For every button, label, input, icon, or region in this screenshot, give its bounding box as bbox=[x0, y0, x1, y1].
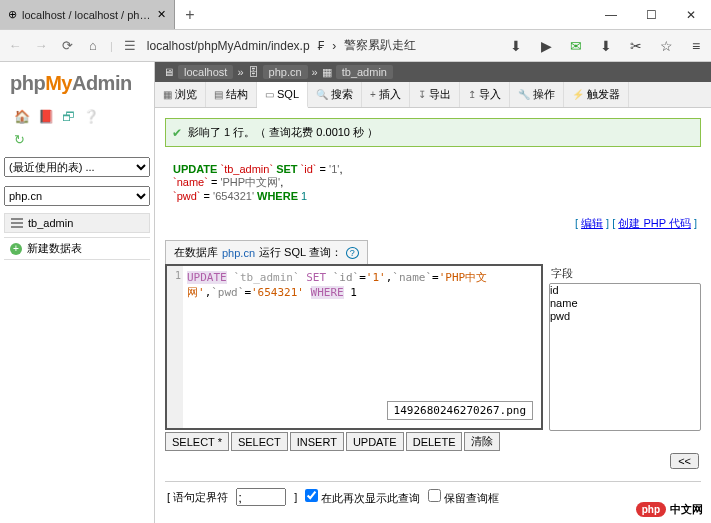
tab-import[interactable]: ↥导入 bbox=[460, 82, 510, 107]
watermark: php 中文网 bbox=[636, 502, 703, 517]
browser-navbar: ← → ⟳ ⌂ | ☰ localhost/phpMyAdmin/index.p… bbox=[0, 30, 711, 62]
tree-table-item[interactable]: tb_admin bbox=[4, 213, 150, 233]
browser-titlebar: ⊕ localhost / localhost / php.cn / tb ✕ … bbox=[0, 0, 711, 30]
sql-icon[interactable]: 🗗 bbox=[62, 109, 75, 124]
tab-browse[interactable]: ▦浏览 bbox=[155, 82, 206, 107]
database-select[interactable]: php.cn bbox=[4, 186, 150, 206]
keep-box-option[interactable]: 保留查询框 bbox=[428, 489, 499, 506]
delete-button[interactable] bbox=[406, 432, 463, 451]
menu-icon[interactable]: ≡ bbox=[687, 38, 705, 54]
address-segment-2[interactable]: 警察累趴走红 bbox=[344, 37, 416, 54]
divider bbox=[165, 481, 701, 482]
watermark-logo: php bbox=[636, 502, 666, 517]
server-icon: ☰ bbox=[121, 38, 139, 53]
insert-icon: + bbox=[370, 89, 376, 100]
table-icon bbox=[11, 218, 23, 228]
new-table-label: 新建数据表 bbox=[27, 241, 82, 256]
sidebar-reload: ↻ bbox=[4, 128, 150, 151]
fields-list[interactable]: id name pwd bbox=[549, 283, 701, 431]
tab-operations[interactable]: 🔧操作 bbox=[510, 82, 564, 107]
executed-sql: UPDATE `tb_admin` SET `id` = '1', `name`… bbox=[167, 157, 699, 208]
tab-title: localhost / localhost / php.cn / tb bbox=[22, 9, 152, 21]
browser-tab[interactable]: ⊕ localhost / localhost / php.cn / tb ✕ bbox=[0, 0, 175, 29]
home-button[interactable]: ⌂ bbox=[84, 38, 102, 53]
query-title: 在数据库 php.cn 运行 SQL 查询： ? bbox=[165, 240, 368, 265]
sql-editor[interactable]: 1 UPDATE `tb_admin` SET `id`='1',`name`=… bbox=[165, 264, 543, 430]
bc-host[interactable]: localhost bbox=[178, 65, 233, 79]
tree-table-label: tb_admin bbox=[28, 217, 73, 229]
chat-icon[interactable]: ✉ bbox=[567, 38, 585, 54]
home-icon[interactable]: 🏠 bbox=[14, 109, 30, 124]
scroll-left-button[interactable]: << bbox=[670, 453, 699, 469]
tab-triggers[interactable]: ⚡触发器 bbox=[564, 82, 629, 107]
close-tab-icon[interactable]: ✕ bbox=[157, 8, 166, 21]
success-message: ✔ 影响了 1 行。（ 查询花费 0.0010 秒 ） bbox=[165, 118, 701, 147]
nav-right-icons: ⬇ ▶ ✉ ⬇ ✂ ☆ ≡ bbox=[507, 38, 705, 54]
update-button[interactable] bbox=[346, 432, 404, 451]
select-button[interactable] bbox=[231, 432, 288, 451]
sidebar-toolbar: 🏠 📕 🗗 ❔ bbox=[4, 105, 150, 128]
create-php-link[interactable]: 创建 PHP 代码 bbox=[618, 217, 691, 229]
tab-insert[interactable]: +插入 bbox=[362, 82, 410, 107]
breadcrumb: 🖥 localhost » 🗄 php.cn » ▦ tb_admin bbox=[155, 62, 711, 82]
content-area: 🖥 localhost » 🗄 php.cn » ▦ tb_admin ▦浏览 … bbox=[155, 62, 711, 523]
recent-tables-select[interactable]: (最近使用的表) ... bbox=[4, 157, 150, 177]
trigger-icon: ⚡ bbox=[572, 89, 584, 100]
address-segment-1[interactable]: localhost/phpMyAdmin/index.p bbox=[147, 39, 310, 53]
content-tabs: ▦浏览 ▤结构 ▭SQL 🔍搜索 +插入 ↧导出 ↥导入 🔧操作 ⚡触发器 bbox=[155, 82, 711, 108]
reload-icon[interactable]: ↻ bbox=[14, 132, 25, 147]
query-panel: 在数据库 php.cn 运行 SQL 查询： ? 1 UPDATE `tb_ad… bbox=[165, 239, 701, 431]
bracket-close: ] bbox=[294, 491, 297, 503]
clear-button[interactable] bbox=[464, 432, 500, 451]
bc-table[interactable]: tb_admin bbox=[336, 65, 393, 79]
gear-icon: 🔧 bbox=[518, 89, 530, 100]
download-icon[interactable]: ⬇ bbox=[507, 38, 525, 54]
delimiter-label: [ 语句定界符 bbox=[167, 490, 228, 505]
bc-db[interactable]: php.cn bbox=[263, 65, 308, 79]
sql-button-row bbox=[165, 432, 701, 451]
server-icon: 🖥 bbox=[163, 66, 174, 78]
sql-icon: ▭ bbox=[265, 89, 274, 100]
tab-search[interactable]: 🔍搜索 bbox=[308, 82, 362, 107]
selectall-button[interactable] bbox=[165, 432, 229, 451]
help-icon[interactable]: ❔ bbox=[83, 109, 99, 124]
globe-icon: ⊕ bbox=[8, 8, 17, 21]
back-button[interactable]: ← bbox=[6, 38, 24, 53]
editor-line: UPDATE `tb_admin` SET `id`='1',`name`='P… bbox=[187, 270, 537, 300]
help-icon[interactable]: ? bbox=[346, 247, 359, 259]
star-icon[interactable]: ☆ bbox=[657, 38, 675, 54]
watermark-text: 中文网 bbox=[670, 502, 703, 517]
tab-export[interactable]: ↧导出 bbox=[410, 82, 460, 107]
addr-sep-2: › bbox=[332, 39, 336, 53]
insert-button[interactable] bbox=[290, 432, 344, 451]
show-again-checkbox[interactable] bbox=[305, 489, 318, 502]
footer-options: [ 语句定界符 ] 在此再次显示此查询 保留查询框 bbox=[167, 488, 699, 506]
show-again-option[interactable]: 在此再次显示此查询 bbox=[305, 489, 420, 506]
close-window-button[interactable]: ✕ bbox=[671, 0, 711, 29]
exit-icon[interactable]: 📕 bbox=[38, 109, 54, 124]
addr-sep-1: ₣ bbox=[318, 39, 325, 53]
new-tab-button[interactable]: + bbox=[175, 0, 205, 29]
reload-button[interactable]: ⟳ bbox=[58, 38, 76, 53]
cut-icon[interactable]: ✂ bbox=[627, 38, 645, 54]
browse-icon: ▦ bbox=[163, 89, 172, 100]
play-icon[interactable]: ▶ bbox=[537, 38, 555, 54]
db-icon: 🗄 bbox=[248, 66, 259, 78]
download2-icon[interactable]: ⬇ bbox=[597, 38, 615, 54]
minimize-button[interactable]: — bbox=[591, 0, 631, 29]
keep-box-checkbox[interactable] bbox=[428, 489, 441, 502]
fields-label: 字段 bbox=[549, 264, 701, 283]
window-controls: — ☐ ✕ bbox=[591, 0, 711, 29]
maximize-button[interactable]: ☐ bbox=[631, 0, 671, 29]
import-icon: ↥ bbox=[468, 89, 476, 100]
search-icon: 🔍 bbox=[316, 89, 328, 100]
export-icon: ↧ bbox=[418, 89, 426, 100]
delimiter-input[interactable] bbox=[236, 488, 286, 506]
editor-gutter: 1 bbox=[167, 266, 183, 428]
scroll-left-row: << bbox=[167, 453, 699, 469]
tab-sql[interactable]: ▭SQL bbox=[257, 82, 308, 108]
tab-structure[interactable]: ▤结构 bbox=[206, 82, 257, 107]
forward-button[interactable]: → bbox=[32, 38, 50, 53]
edit-link[interactable]: 编辑 bbox=[581, 217, 603, 229]
new-table-button[interactable]: + 新建数据表 bbox=[4, 237, 150, 260]
